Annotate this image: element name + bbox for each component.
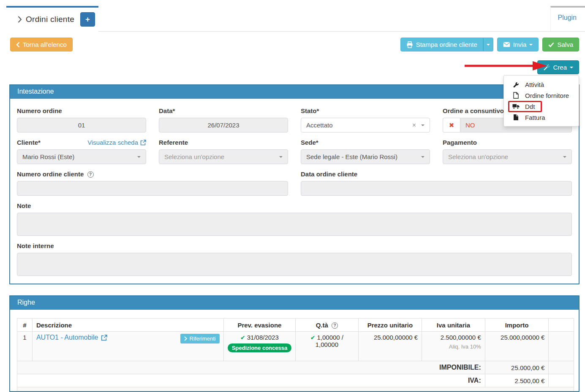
col-prezzo-unitario: Prezzo unitario: [358, 319, 422, 332]
visualizza-scheda-link[interactable]: Visualizza scheda: [87, 139, 146, 146]
next-total-row-partial: [17, 387, 574, 392]
create-label: Crea: [553, 64, 567, 71]
menu-item-ordine-fornitore[interactable]: Ordine fornitore: [504, 90, 579, 101]
toolbar: Torna all'elenco Stampa ordine cliente I: [10, 38, 579, 51]
sede-select[interactable]: Sede legale - Este (Mario Rossi): [301, 149, 430, 164]
note-interne-field: Note interne: [17, 242, 572, 276]
riferimenti-button[interactable]: Riferimenti: [180, 334, 220, 343]
toolbar-right-group: Stampa ordine cliente Invia Salva: [400, 38, 579, 51]
col-actions: [549, 319, 574, 332]
referente-label: Referente: [159, 139, 288, 146]
tab-ordini-cliente[interactable]: Ordini cliente +: [6, 6, 98, 32]
data-ordine-cliente-input[interactable]: [301, 181, 572, 196]
print-split-button: Stampa ordine cliente: [400, 38, 493, 51]
help-icon[interactable]: ?: [332, 322, 338, 329]
print-dropdown-toggle[interactable]: [483, 38, 493, 51]
send-button[interactable]: Invia: [497, 38, 539, 51]
back-to-list-button[interactable]: Torna all'elenco: [10, 38, 73, 51]
data-ordine-cliente-label: Data ordine cliente: [301, 170, 572, 178]
imponibile-label: IMPONIBILE:: [17, 361, 485, 374]
row-descrizione-cell: AUTO1 - Automobile Riferimenti: [32, 332, 223, 361]
page: Ordini cliente + Plugin Torna all'elenco…: [0, 0, 585, 392]
tab-bar: Ordini cliente +: [0, 6, 585, 32]
page-title: Ordini cliente: [26, 15, 74, 24]
save-button[interactable]: Salva: [542, 38, 579, 51]
chevron-right-icon: [184, 336, 187, 341]
iva-value: 2.500,00000 €: [426, 334, 481, 341]
menu-item-fattura[interactable]: Fattura: [504, 112, 579, 123]
col-qta: Q.tà ?: [296, 319, 358, 332]
prev-evasione-date: 31/08/2023: [247, 334, 279, 341]
pagamento-field: Pagamento Seleziona un'opzione: [443, 139, 572, 164]
menu-item-attivita[interactable]: Attività: [504, 79, 579, 90]
caret-down-icon: [421, 156, 424, 158]
row-prev-evasione-cell: ✔31/08/2023 Spedizione concessa: [223, 332, 296, 361]
menu-item-ddt[interactable]: Ddt: [504, 101, 579, 112]
col-prev-evasione: Prev. evasione: [223, 319, 296, 332]
envelope-icon: [503, 42, 510, 47]
red-annotation-arrow: [463, 59, 549, 72]
iva-row: IVA: 2.500,00 €: [17, 374, 574, 387]
stato-select[interactable]: Accettato ×: [301, 118, 430, 132]
send-label: Invia: [513, 41, 527, 48]
magic-wand-icon: [543, 64, 550, 71]
qta-value: 1,00000 / 1,00000: [316, 334, 343, 348]
stato-field: Stato* Accettato ×: [301, 107, 430, 132]
numero-ordine-label: Numero ordine: [17, 107, 146, 114]
numero-ordine-field: Numero ordine 01: [17, 107, 146, 132]
caret-down-icon: [137, 156, 141, 158]
stato-value: Accettato: [306, 122, 333, 129]
referente-placeholder: Seleziona un'opzione: [164, 153, 224, 160]
row-iva-cell: 2.500,00000 € Aliq. Iva 10%: [422, 332, 485, 361]
note-interne-textarea[interactable]: [17, 253, 572, 276]
plugin-link[interactable]: Plugin: [558, 14, 577, 22]
caret-down-icon: [487, 44, 490, 46]
print-order-button[interactable]: Stampa ordine cliente: [400, 38, 483, 51]
numero-ordine-input[interactable]: 01: [17, 118, 146, 132]
x-mark-icon[interactable]: ✖: [443, 118, 460, 132]
imponibile-row: IMPONIBILE: 25.000,00 €: [17, 361, 574, 374]
wrench-icon: [512, 81, 520, 88]
table-row: 1 AUTO1 - Automobile: [17, 332, 574, 361]
cliente-field: Cliente* Visualizza scheda Mario Rossi (…: [17, 139, 146, 164]
col-num: #: [17, 319, 33, 332]
referente-select[interactable]: Seleziona un'opzione: [159, 149, 288, 164]
create-dropdown-menu: Attività Ordine fornitore Ddt Fattura: [503, 75, 579, 127]
check-icon: ✔: [310, 334, 316, 341]
print-order-label: Stampa ordine cliente: [416, 41, 477, 48]
spedizione-badge: Spedizione concessa: [228, 343, 292, 352]
caret-down-icon: [279, 156, 283, 158]
help-icon[interactable]: ?: [87, 171, 94, 178]
righe-panel: Righe # Descrizione Prev. evasione Q.tà …: [9, 295, 580, 392]
intestazione-panel-body: Numero ordine 01 Data* 26/07/2023 Stato*…: [10, 99, 579, 284]
data-input[interactable]: 26/07/2023: [159, 118, 288, 132]
col-qta-text: Q.tà: [316, 322, 328, 329]
file-solid-icon: [512, 114, 520, 121]
row-actions-cell: [549, 332, 574, 361]
create-button[interactable]: Crea: [537, 60, 579, 74]
imponibile-value: 25.000,00 €: [485, 361, 549, 374]
article-link[interactable]: AUTO1 - Automobile: [36, 334, 107, 341]
clear-icon[interactable]: ×: [412, 122, 416, 129]
righe-table: # Descrizione Prev. evasione Q.tà ? Prez…: [17, 318, 574, 392]
riferimenti-label: Riferimenti: [190, 335, 216, 342]
menu-item-label: Ddt: [525, 103, 535, 110]
note-textarea[interactable]: [17, 213, 572, 236]
visualizza-scheda-label: Visualizza scheda: [87, 139, 138, 146]
pagamento-select[interactable]: Seleziona un'opzione: [443, 149, 572, 164]
printer-icon: [406, 41, 413, 48]
save-label: Salva: [557, 41, 573, 48]
external-link-icon: [101, 335, 107, 341]
col-importo: Importo: [485, 319, 549, 332]
caret-down-icon: [529, 44, 533, 46]
iva-total-value: 2.500,00 €: [485, 374, 549, 387]
iva-aliquota: Aliq. Iva 10%: [426, 343, 481, 350]
numero-ordine-cliente-text: Numero ordine cliente: [17, 170, 84, 178]
numero-ordine-cliente-input[interactable]: [17, 181, 288, 196]
caret-down-icon: [563, 156, 566, 158]
numero-ordine-cliente-label: Numero ordine cliente ?: [17, 170, 288, 178]
add-order-button[interactable]: +: [80, 12, 95, 27]
cliente-select[interactable]: Mario Rossi (Este): [17, 149, 146, 164]
intestazione-panel-title: Intestazione: [10, 85, 579, 99]
file-outline-icon: [512, 92, 520, 99]
